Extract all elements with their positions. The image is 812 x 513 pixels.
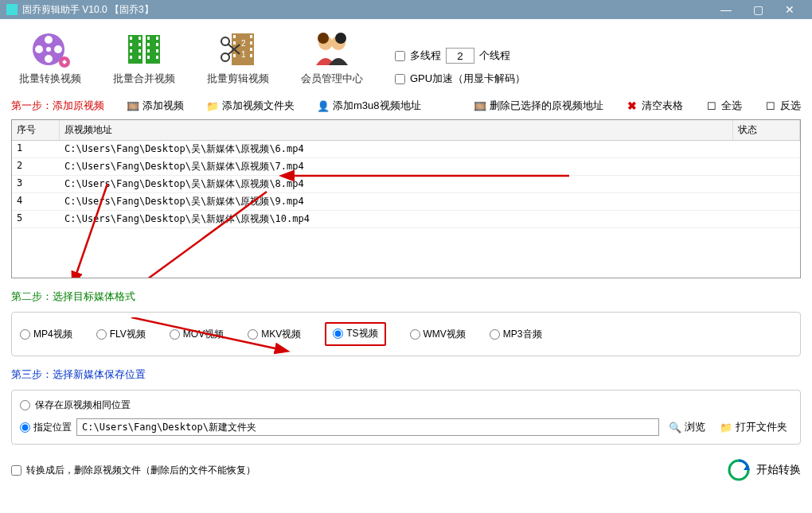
close-button[interactable]: ✕ — [774, 0, 806, 19]
tool-member[interactable]: 会员管理中心 — [301, 30, 363, 86]
svg-rect-16 — [139, 56, 141, 59]
cell-status — [733, 193, 800, 210]
cell-index: 4 — [12, 193, 60, 210]
thread-count-input[interactable] — [446, 48, 474, 64]
svg-point-42 — [318, 33, 329, 44]
save-same-location[interactable]: 保存在原视频相同位置 — [20, 398, 792, 412]
step3-title: 第三步：选择新媒体保存位置 — [11, 367, 801, 382]
svg-rect-26 — [233, 35, 236, 38]
cell-path: C:\Users\Fang\Desktop\吴\新媒体\原视频\6.mp4 — [60, 141, 733, 157]
svg-rect-24 — [156, 56, 158, 59]
svg-rect-12 — [130, 56, 132, 59]
svg-point-4 — [45, 55, 53, 63]
tool-member-label: 会员管理中心 — [301, 72, 363, 86]
add-folder-button[interactable]: 📁添加视频文件夹 — [206, 99, 295, 113]
tool-clip[interactable]: 21 批量剪辑视频 — [207, 30, 269, 86]
film-plus-icon: 🎞️ — [127, 99, 139, 112]
svg-rect-10 — [130, 43, 132, 46]
svg-text:1: 1 — [241, 50, 246, 59]
svg-rect-32 — [250, 48, 252, 51]
thread-suffix: 个线程 — [479, 49, 510, 63]
titlebar: 固乔剪辑助手 V10.0 【固乔3】 — ▢ ✕ — [0, 0, 812, 19]
table-row[interactable]: 1C:\Users\Fang\Desktop\吴\新媒体\原视频\6.mp4 — [12, 141, 800, 158]
tool-merge-label: 批量合并视频 — [113, 72, 175, 86]
svg-rect-11 — [130, 49, 132, 52]
table-row[interactable]: 5C:\Users\Fang\Desktop\吴\新媒体\原视频\10.mp4 — [12, 211, 800, 228]
table-row[interactable]: 4C:\Users\Fang\Desktop\吴\新媒体\原视频\9.mp4 — [12, 193, 800, 211]
col-index: 序号 — [12, 120, 60, 140]
search-icon: 🔍 — [669, 422, 681, 433]
tool-clip-label: 批量剪辑视频 — [207, 72, 269, 86]
clear-table-button[interactable]: ✖清空表格 — [626, 99, 683, 113]
tool-merge[interactable]: 批量合并视频 — [113, 30, 175, 86]
svg-point-43 — [335, 33, 346, 44]
start-convert-label: 开始转换 — [756, 463, 801, 477]
cell-status — [733, 176, 800, 192]
cell-index: 1 — [12, 141, 60, 157]
step2-title: 第二步：选择目标媒体格式 — [11, 290, 801, 304]
select-all-button[interactable]: ☐全选 — [705, 99, 742, 113]
cell-path: C:\Users\Fang\Desktop\吴\新媒体\原视频\9.mp4 — [60, 193, 733, 210]
table-row[interactable]: 2C:\Users\Fang\Desktop\吴\新媒体\原视频\7.mp4 — [12, 158, 800, 176]
delete-after-checkbox[interactable] — [11, 465, 21, 476]
delete-after-label: 转换成后，删除原视频文件（删除后的文件不能恢复） — [26, 464, 256, 477]
cell-index: 3 — [12, 176, 60, 192]
format-mp4[interactable]: MP4视频 — [20, 328, 72, 341]
video-table[interactable]: 序号 原视频地址 状态 1C:\Users\Fang\Desktop\吴\新媒体… — [11, 119, 801, 278]
folder-plus-icon: 📁 — [206, 99, 219, 112]
svg-rect-15 — [139, 49, 141, 52]
open-folder-button[interactable]: 📁打开文件夹 — [715, 420, 792, 434]
cell-path: C:\Users\Fang\Desktop\吴\新媒体\原视频\8.mp4 — [60, 176, 733, 192]
cell-status — [733, 211, 800, 227]
start-convert-button[interactable]: 开始转换 — [728, 459, 801, 481]
tool-convert-label: 批量转换视频 — [19, 72, 81, 86]
table-row[interactable]: 3C:\Users\Fang\Desktop\吴\新媒体\原视频\8.mp4 — [12, 176, 800, 193]
svg-point-2 — [35, 45, 43, 53]
format-ts[interactable]: TS视频 — [333, 327, 377, 340]
multithread-checkbox[interactable] — [395, 51, 405, 61]
tool-convert[interactable]: 批量转换视频 — [19, 30, 81, 86]
svg-rect-22 — [156, 43, 158, 46]
multithread-label: 多线程 — [410, 49, 441, 63]
save-specified-location[interactable]: 指定位置 — [20, 421, 72, 434]
svg-rect-14 — [139, 43, 141, 46]
save-path-input[interactable] — [76, 418, 659, 436]
delete-after-checkbox-row[interactable]: 转换成后，删除原视频文件（删除后的文件不能恢复） — [11, 464, 256, 477]
svg-point-3 — [54, 45, 62, 53]
refresh-icon — [728, 459, 750, 481]
step1-title: 第一步：添加原视频 — [11, 99, 104, 113]
app-icon — [6, 4, 18, 15]
svg-rect-29 — [233, 54, 236, 57]
link-icon: 👤 — [317, 99, 330, 112]
x-icon: ✖ — [626, 99, 638, 112]
window-title: 固乔剪辑助手 V10.0 【固乔3】 — [22, 3, 710, 17]
browse-button[interactable]: 🔍浏览 — [664, 420, 710, 434]
add-video-button[interactable]: 🎞️添加视频 — [127, 99, 184, 113]
svg-rect-23 — [156, 49, 158, 52]
delete-selected-button[interactable]: 🎞️删除已选择的原视频地址 — [474, 99, 603, 113]
svg-rect-31 — [250, 41, 252, 45]
svg-rect-20 — [147, 56, 150, 59]
svg-rect-33 — [250, 54, 252, 57]
col-status: 状态 — [733, 120, 800, 140]
minimize-button[interactable]: — — [710, 0, 742, 19]
film-merge-icon — [122, 30, 166, 68]
invert-select-button[interactable]: ☐反选 — [764, 99, 801, 113]
format-wmv[interactable]: WMV视频 — [410, 328, 466, 341]
film-reel-icon — [28, 30, 72, 68]
col-path: 原视频地址 — [60, 120, 733, 140]
format-mkv[interactable]: MKV视频 — [248, 328, 301, 341]
cell-index: 5 — [12, 211, 60, 227]
format-mov[interactable]: MOV视频 — [170, 328, 224, 341]
format-mp3[interactable]: MP3音频 — [490, 328, 542, 341]
maximize-button[interactable]: ▢ — [742, 0, 774, 19]
cell-status — [733, 141, 800, 157]
gpu-checkbox[interactable] — [395, 74, 405, 84]
folder-icon: 📁 — [720, 422, 732, 433]
add-m3u8-button[interactable]: 👤添加m3u8视频地址 — [317, 99, 421, 113]
film-clip-icon: 21 — [216, 30, 260, 68]
gpu-label: GPU加速（用显卡解码） — [410, 72, 525, 86]
format-flv[interactable]: FLV视频 — [96, 328, 146, 341]
table-header: 序号 原视频地址 状态 — [12, 120, 800, 141]
svg-rect-27 — [233, 41, 236, 45]
